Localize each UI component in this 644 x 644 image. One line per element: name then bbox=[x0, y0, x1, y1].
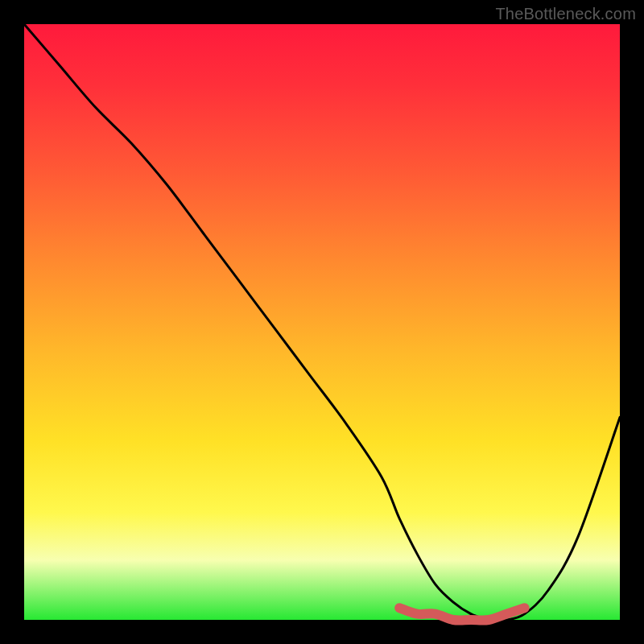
watermark-text: TheBottleneck.com bbox=[495, 5, 636, 23]
bottleneck-curve bbox=[24, 24, 620, 621]
plot-area bbox=[24, 24, 620, 620]
curve-layer bbox=[24, 24, 620, 620]
chart-frame: TheBottleneck.com bbox=[0, 0, 644, 644]
